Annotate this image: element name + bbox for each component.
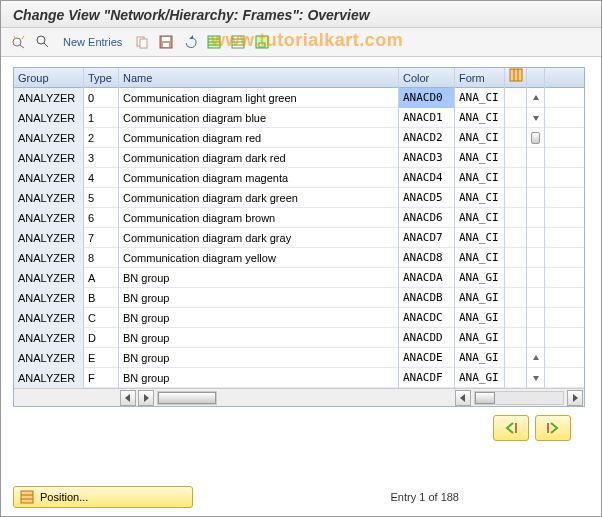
cell-form[interactable]: ANA_GI	[455, 308, 505, 328]
table-row[interactable]: ANALYZER6Communication diagram brownANAC…	[14, 208, 584, 228]
cell-name[interactable]: Communication diagram magenta	[119, 168, 399, 188]
table-row[interactable]: ANALYZER0Communication diagram light gre…	[14, 88, 584, 108]
table-row[interactable]: ANALYZERCBN groupANACDCANA_GI	[14, 308, 584, 328]
table-row[interactable]: ANALYZERFBN groupANACDFANA_GI	[14, 368, 584, 388]
cell-name[interactable]: Communication diagram blue	[119, 108, 399, 128]
new-entries-button[interactable]: New Entries	[57, 32, 128, 52]
cell-form[interactable]: ANA_CI	[455, 248, 505, 268]
hscroll-right[interactable]	[138, 390, 154, 406]
cell-form[interactable]: ANA_CI	[455, 128, 505, 148]
table-row[interactable]: ANALYZERDBN groupANACDDANA_GI	[14, 328, 584, 348]
cell-type[interactable]: D	[84, 328, 119, 348]
vscroll-cell[interactable]	[527, 348, 545, 368]
cell-color[interactable]: ANACDC	[399, 308, 455, 328]
position-button[interactable]: Position...	[13, 486, 193, 508]
cell-form[interactable]: ANA_CI	[455, 188, 505, 208]
toggle-display-icon[interactable]	[9, 32, 29, 52]
select-columns-icon[interactable]	[505, 68, 527, 88]
vscroll-cell[interactable]	[527, 108, 545, 128]
col-header-type[interactable]: Type	[84, 68, 119, 88]
cell-type[interactable]: 8	[84, 248, 119, 268]
next-page-button[interactable]	[535, 415, 571, 441]
undo-icon[interactable]	[180, 32, 200, 52]
cell-color[interactable]: ANACD6	[399, 208, 455, 228]
table-row[interactable]: ANALYZER1Communication diagram blueANACD…	[14, 108, 584, 128]
table-row[interactable]: ANALYZER3Communication diagram dark redA…	[14, 148, 584, 168]
search-icon[interactable]	[33, 32, 53, 52]
hscroll-track-left[interactable]	[157, 391, 217, 405]
cell-type[interactable]: F	[84, 368, 119, 388]
table-row[interactable]: ANALYZER7Communication diagram dark gray…	[14, 228, 584, 248]
cell-color[interactable]: ANACD8	[399, 248, 455, 268]
cell-color[interactable]: ANACDD	[399, 328, 455, 348]
cell-group[interactable]: ANALYZER	[14, 108, 84, 128]
cell-color[interactable]: ANACD1	[399, 108, 455, 128]
table-row[interactable]: ANALYZERBBN groupANACDBANA_GI	[14, 288, 584, 308]
cell-group[interactable]: ANALYZER	[14, 128, 84, 148]
cell-form[interactable]: ANA_CI	[455, 208, 505, 228]
cell-name[interactable]: Communication diagram yellow	[119, 248, 399, 268]
table-row[interactable]: ANALYZERABN groupANACDAANA_GI	[14, 268, 584, 288]
cell-type[interactable]: E	[84, 348, 119, 368]
cell-group[interactable]: ANALYZER	[14, 248, 84, 268]
cell-type[interactable]: B	[84, 288, 119, 308]
col-header-form[interactable]: Form	[455, 68, 505, 88]
cell-form[interactable]: ANA_GI	[455, 268, 505, 288]
cell-group[interactable]: ANALYZER	[14, 88, 84, 108]
cell-type[interactable]: 6	[84, 208, 119, 228]
cell-group[interactable]: ANALYZER	[14, 188, 84, 208]
cell-form[interactable]: ANA_CI	[455, 228, 505, 248]
cell-color[interactable]: ANACD5	[399, 188, 455, 208]
cell-group[interactable]: ANALYZER	[14, 268, 84, 288]
cell-form[interactable]: ANA_CI	[455, 168, 505, 188]
cell-form[interactable]: ANA_GI	[455, 328, 505, 348]
cell-form[interactable]: ANA_CI	[455, 148, 505, 168]
cell-type[interactable]: 1	[84, 108, 119, 128]
cell-color[interactable]: ANACDE	[399, 348, 455, 368]
cell-name[interactable]: BN group	[119, 268, 399, 288]
cell-name[interactable]: Communication diagram dark green	[119, 188, 399, 208]
table-row[interactable]: ANALYZER5Communication diagram dark gree…	[14, 188, 584, 208]
cell-type[interactable]: A	[84, 268, 119, 288]
cell-name[interactable]: Communication diagram dark gray	[119, 228, 399, 248]
copy-icon[interactable]	[132, 32, 152, 52]
cell-group[interactable]: ANALYZER	[14, 348, 84, 368]
cell-form[interactable]: ANA_GI	[455, 348, 505, 368]
col-header-color[interactable]: Color	[399, 68, 455, 88]
cell-type[interactable]: 2	[84, 128, 119, 148]
cell-type[interactable]: 0	[84, 88, 119, 108]
prev-page-button[interactable]	[493, 415, 529, 441]
cell-color[interactable]: ANACDA	[399, 268, 455, 288]
cell-name[interactable]: BN group	[119, 368, 399, 388]
hscroll-right2[interactable]	[567, 390, 583, 406]
cell-color[interactable]: ANACD3	[399, 148, 455, 168]
cell-color[interactable]: ANACDF	[399, 368, 455, 388]
save-icon[interactable]	[156, 32, 176, 52]
cell-group[interactable]: ANALYZER	[14, 368, 84, 388]
cell-group[interactable]: ANALYZER	[14, 208, 84, 228]
cell-type[interactable]: C	[84, 308, 119, 328]
cell-name[interactable]: Communication diagram red	[119, 128, 399, 148]
cell-type[interactable]: 7	[84, 228, 119, 248]
cell-name[interactable]: Communication diagram brown	[119, 208, 399, 228]
hscroll-left2[interactable]	[455, 390, 471, 406]
cell-group[interactable]: ANALYZER	[14, 328, 84, 348]
col-header-group[interactable]: Group	[14, 68, 84, 88]
cell-name[interactable]: Communication diagram light green	[119, 88, 399, 108]
col-header-name[interactable]: Name	[119, 68, 399, 88]
cell-name[interactable]: BN group	[119, 288, 399, 308]
cell-form[interactable]: ANA_GI	[455, 288, 505, 308]
print-icon[interactable]	[252, 32, 272, 52]
cell-group[interactable]: ANALYZER	[14, 228, 84, 248]
cell-form[interactable]: ANA_GI	[455, 368, 505, 388]
cell-color[interactable]: ANACD0	[399, 88, 455, 108]
cell-group[interactable]: ANALYZER	[14, 288, 84, 308]
cell-name[interactable]: BN group	[119, 348, 399, 368]
cell-group[interactable]: ANALYZER	[14, 308, 84, 328]
cell-name[interactable]: BN group	[119, 328, 399, 348]
cell-name[interactable]: Communication diagram dark red	[119, 148, 399, 168]
deselect-all-icon[interactable]	[228, 32, 248, 52]
cell-color[interactable]: ANACD2	[399, 128, 455, 148]
table-row[interactable]: ANALYZER4Communication diagram magentaAN…	[14, 168, 584, 188]
table-row[interactable]: ANALYZER8Communication diagram yellowANA…	[14, 248, 584, 268]
